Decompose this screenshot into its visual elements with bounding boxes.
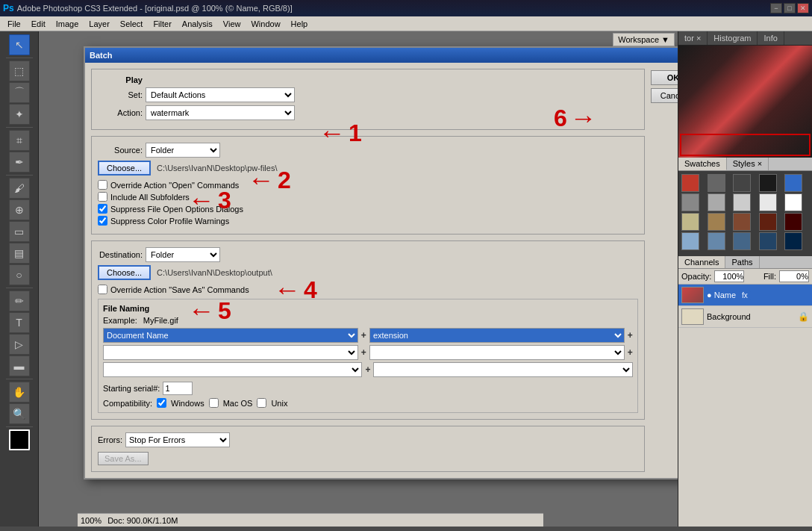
foreground-color[interactable] [9,429,30,450]
naming-row1-col2[interactable]: extension [369,328,625,343]
override-open-checkbox[interactable] [98,180,107,190]
override-open-label: Override Action "Open" Commands [110,181,239,190]
tool-separator-2 [6,127,33,128]
tool-gradient[interactable]: ▤ [9,243,30,264]
swatch-4[interactable] [784,174,802,192]
tool-path[interactable]: ▷ [9,334,30,355]
swatch-16[interactable] [708,232,725,250]
swatch-0[interactable] [681,174,699,192]
cancel-button[interactable]: Cancel [651,88,678,103]
tool-magic-wand[interactable]: ✦ [9,104,30,125]
dialog-title-bar[interactable]: Batch ✕ [85,48,678,63]
naming-row2-col2[interactable] [369,345,625,360]
tool-shape[interactable]: ▬ [9,355,30,376]
compat-windows-checkbox[interactable] [157,398,166,408]
swatch-6[interactable] [708,193,725,211]
include-subfolders-checkbox[interactable] [98,192,107,202]
save-as-button[interactable]: Save As... [98,452,149,465]
close-btn[interactable]: ✕ [797,3,809,13]
suppress-color-checkbox[interactable] [98,216,107,226]
tab-histogram[interactable]: Histogram [708,31,758,45]
menu-window[interactable]: Window [246,19,284,29]
compat-unix-checkbox[interactable] [257,398,266,408]
tool-separator-3 [6,175,33,176]
menu-analysis[interactable]: Analysis [178,19,217,29]
destination-choose-button[interactable]: Choose... [98,265,151,280]
channels-tabs: Channels Paths [678,256,812,269]
naming-row3-col2[interactable] [373,362,632,377]
swatch-18[interactable] [759,232,777,250]
swatch-7[interactable] [733,193,751,211]
swatch-12[interactable] [733,213,751,231]
ps-logo: Ps [3,3,14,13]
compat-macos-checkbox[interactable] [209,398,219,408]
tab-channels[interactable]: Channels [678,256,725,268]
serial-input[interactable] [163,382,193,395]
set-dropdown[interactable]: Default Actions [146,87,295,102]
tool-crop[interactable]: ⌗ [9,130,30,151]
swatch-9[interactable] [784,193,802,211]
tab-styles[interactable]: Styles × [727,158,769,170]
tool-separator-1 [6,58,33,58]
tool-brush[interactable]: 🖌 [9,178,30,199]
tool-eraser[interactable]: ▭ [9,221,30,242]
workspace-dropdown[interactable]: Workspace ▼ [613,33,675,46]
menu-image[interactable]: Image [51,19,84,29]
swatch-10[interactable] [681,213,699,231]
destination-dropdown[interactable]: Folder [146,247,220,262]
menu-select[interactable]: Select [116,19,148,29]
tab-info[interactable]: Info [758,31,784,45]
swatch-1[interactable] [708,174,725,192]
tool-pen[interactable]: ✏ [9,291,30,311]
suppress-open-checkbox[interactable] [98,204,107,214]
source-label: Source: [98,146,143,155]
source-dropdown[interactable]: Folder [146,143,220,158]
tool-hand[interactable]: ✋ [9,382,30,403]
menu-layer[interactable]: Layer [84,19,114,29]
tab-tor[interactable]: tor × [678,31,708,45]
swatch-2[interactable] [733,174,751,192]
errors-dropdown[interactable]: Stop For Errors [125,432,230,447]
plus-2: + [628,330,633,341]
swatch-17[interactable] [733,232,751,250]
source-choose-button[interactable]: Choose... [98,161,151,176]
naming-row1-col1[interactable]: Document Name [103,328,358,343]
override-save-checkbox[interactable] [98,285,107,294]
fill-input[interactable] [779,270,809,282]
menu-edit[interactable]: Edit [27,19,50,29]
menu-filter[interactable]: Filter [149,19,175,29]
tool-lasso[interactable]: ⌒ [9,82,30,103]
opacity-input[interactable] [714,270,744,282]
swatch-8[interactable] [759,193,777,211]
tab-swatches[interactable]: Swatches [678,158,727,170]
layer-name[interactable]: ● Name fx [678,285,812,306]
restore-btn[interactable]: □ [784,3,796,13]
tool-marquee[interactable]: ⬚ [9,60,30,81]
naming-row2-col1[interactable] [103,345,358,360]
action-dropdown[interactable]: watermark [146,105,295,120]
tool-dodge[interactable]: ○ [9,264,30,285]
tool-clone[interactable]: ⊕ [9,199,30,220]
minimize-btn[interactable]: − [770,3,782,13]
layer-background[interactable]: Background 🔒 [678,306,812,328]
tool-type[interactable]: T [9,312,30,333]
tool-move[interactable]: ↖ [9,34,30,55]
left-toolbar: ↖ ⬚ ⌒ ✦ ⌗ ✒ 🖌 ⊕ ▭ ▤ ○ ✏ T ▷ ▬ ✋ 🔍 [0,31,39,527]
menu-file[interactable]: File [3,19,25,29]
status-bar: 100% Doc: 900.0K/1.10M [78,513,543,527]
ok-button[interactable]: OK [651,70,678,85]
tab-paths[interactable]: Paths [725,256,759,268]
tool-zoom[interactable]: 🔍 [9,403,30,424]
swatch-5[interactable] [681,193,699,211]
swatch-19[interactable] [784,232,802,250]
swatch-3[interactable] [759,174,777,192]
swatch-15[interactable] [681,232,699,250]
menu-view[interactable]: View [219,19,246,29]
swatch-13[interactable] [759,213,777,231]
swatch-14[interactable] [784,213,802,231]
naming-row3-col1[interactable] [103,362,362,377]
menu-help[interactable]: Help [287,19,313,29]
tool-eyedropper[interactable]: ✒ [9,152,30,173]
swatches-tabs: Swatches Styles × [678,158,812,171]
swatch-11[interactable] [708,213,725,231]
